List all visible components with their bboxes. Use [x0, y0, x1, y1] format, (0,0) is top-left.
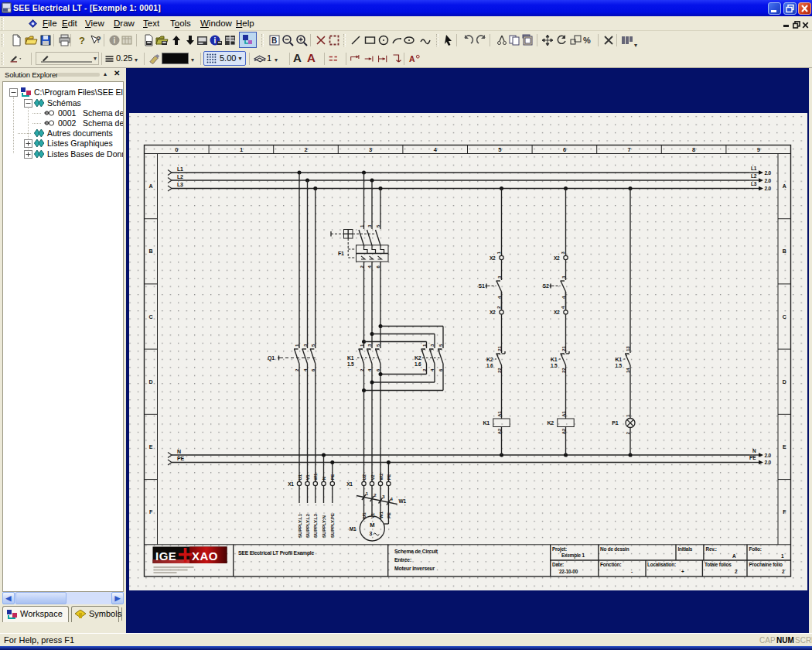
svg-text:Folio:: Folio:: [749, 546, 762, 552]
svg-text:Q1: Q1: [268, 355, 275, 361]
svg-text:L3: L3: [177, 182, 183, 187]
svg-text:i: i: [214, 36, 217, 45]
svg-text:Entrée:: Entrée:: [394, 557, 411, 563]
svg-text:SEE Electrical LT Profil Examp: SEE Electrical LT Profil Example: [238, 550, 315, 556]
svg-text:SUPPLY.L2: SUPPLY.L2: [305, 514, 310, 538]
svg-text:C: C: [149, 314, 153, 320]
svg-text:X2: X2: [554, 310, 560, 315]
svg-text:B: B: [149, 248, 153, 254]
svg-text:L3: L3: [751, 181, 757, 186]
svg-text:S2: S2: [543, 283, 549, 289]
svg-text:13: 13: [626, 346, 630, 351]
svg-text:L1: L1: [177, 166, 183, 172]
svg-text:K1: K1: [483, 420, 490, 426]
svg-text:Initials: Initials: [678, 546, 693, 552]
svg-text:SUPPLY.L3: SUPPLY.L3: [312, 514, 318, 538]
svg-text:W1: W1: [379, 511, 384, 518]
svg-text:A: A: [409, 55, 415, 63]
svg-text:22: 22: [561, 368, 566, 373]
svg-text:X1: X1: [288, 481, 294, 487]
svg-text:X1: X1: [346, 481, 353, 487]
svg-text:K2: K2: [547, 420, 554, 426]
svg-text:-: -: [631, 569, 633, 574]
svg-text:K1: K1: [347, 355, 354, 361]
svg-text:?: ?: [96, 35, 101, 44]
svg-text:Exemple 1: Exemple 1: [561, 552, 585, 559]
svg-text:K1: K1: [551, 357, 558, 362]
svg-text:2: 2: [305, 146, 308, 153]
svg-text:A: A: [732, 553, 736, 559]
svg-text:C: C: [783, 314, 786, 320]
svg-text:1.6: 1.6: [486, 363, 493, 368]
svg-text:X2: X2: [554, 255, 560, 261]
svg-text:N: N: [177, 449, 181, 454]
svg-text:K2: K2: [486, 357, 493, 362]
svg-text:W1: W1: [399, 498, 407, 504]
svg-text:0: 0: [175, 146, 178, 153]
svg-text:A2: A2: [497, 428, 502, 434]
svg-text:14: 14: [626, 368, 630, 373]
svg-text:PE: PE: [330, 474, 335, 481]
svg-text:1.5: 1.5: [347, 361, 354, 367]
svg-text:D: D: [783, 379, 786, 385]
svg-text:A1: A1: [561, 411, 566, 417]
svg-text:Moteur Inverseur: Moteur Inverseur: [394, 566, 435, 571]
svg-text:W2: W2: [379, 473, 384, 480]
svg-text:X2: X2: [490, 255, 496, 261]
svg-text:M1: M1: [350, 526, 357, 532]
svg-text:M: M: [370, 522, 374, 529]
svg-text:A: A: [783, 183, 786, 189]
svg-text:L1: L1: [751, 166, 757, 171]
svg-text:8: 8: [692, 146, 695, 153]
svg-text:5: 5: [498, 146, 501, 153]
svg-text:Totale folios: Totale folios: [705, 562, 732, 567]
svg-text:PE: PE: [387, 474, 391, 481]
svg-text:7: 7: [628, 146, 631, 153]
svg-text:3: 3: [369, 531, 372, 536]
svg-text:2.0: 2.0: [765, 170, 772, 176]
svg-text:%: %: [583, 36, 591, 45]
svg-text:2.0: 2.0: [765, 453, 772, 458]
svg-text:P1: P1: [612, 420, 618, 426]
svg-text:2.0: 2.0: [765, 460, 772, 465]
svg-text:1.6: 1.6: [415, 361, 421, 367]
svg-text:2.0: 2.0: [765, 178, 772, 183]
svg-text:B: B: [271, 36, 277, 45]
svg-text:Fonction:: Fonction:: [600, 562, 621, 567]
svg-text:22: 22: [497, 368, 502, 373]
svg-text:2.0: 2.0: [765, 186, 772, 191]
svg-text:Localisation:: Localisation:: [647, 562, 676, 567]
svg-text:N: N: [322, 477, 326, 480]
svg-text:A: A: [149, 183, 153, 189]
svg-text:W1: W1: [313, 473, 318, 480]
svg-text:21: 21: [561, 346, 566, 351]
svg-text:S1: S1: [479, 283, 485, 289]
svg-text:PE: PE: [177, 456, 184, 461]
svg-text:1.5: 1.5: [616, 363, 623, 368]
svg-text:1.5: 1.5: [551, 363, 558, 368]
svg-text:PE: PE: [749, 455, 756, 460]
svg-text:Projet:: Projet:: [552, 546, 567, 552]
svg-text:E: E: [149, 444, 153, 450]
svg-text:X2: X2: [490, 310, 496, 315]
svg-text:?: ?: [79, 35, 85, 46]
svg-text:Schema de Circuit: Schema de Circuit: [394, 549, 438, 554]
svg-text:PE: PE: [387, 512, 391, 518]
svg-text:K1: K1: [616, 357, 623, 362]
svg-text:L2: L2: [177, 174, 183, 180]
svg-text:U2: U2: [362, 474, 367, 480]
svg-text:B: B: [783, 248, 786, 254]
svg-text:L2: L2: [751, 173, 757, 179]
svg-text:XAO: XAO: [192, 549, 218, 563]
svg-text:SUPPLY.PE: SUPPLY.PE: [329, 513, 335, 538]
svg-text:Date:: Date:: [552, 562, 564, 567]
svg-text:9: 9: [757, 146, 760, 153]
svg-text:A1: A1: [497, 411, 502, 417]
svg-text:V2: V2: [370, 474, 375, 481]
svg-text:+: +: [681, 569, 684, 574]
svg-text:6: 6: [563, 146, 566, 153]
svg-text:IGE: IGE: [155, 549, 176, 563]
svg-text:F1: F1: [338, 251, 344, 256]
svg-text:V1: V1: [305, 474, 310, 481]
svg-text:22-10-00: 22-10-00: [559, 569, 578, 574]
